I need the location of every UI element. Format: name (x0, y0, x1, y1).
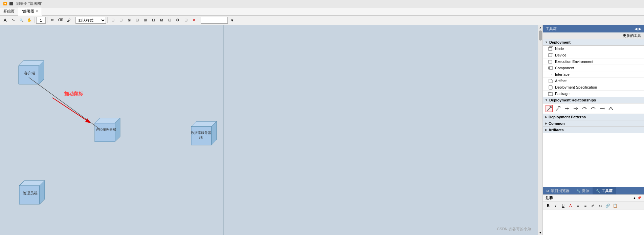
list1-btn[interactable]: ≡ (575, 202, 581, 209)
link-btn[interactable]: 🔗 (604, 202, 611, 209)
layout-btn[interactable]: ⊞ (109, 17, 116, 24)
group-btn[interactable]: ⊟ (150, 17, 157, 24)
toolbox-more[interactable]: 更多的工具 (543, 32, 644, 39)
node-admin[interactable]: 管理员端 (16, 179, 46, 206)
rel-icon-3[interactable] (563, 105, 571, 112)
export-btn[interactable]: ⊡ (166, 17, 173, 24)
scroll-up-btn[interactable]: ▲ (539, 25, 542, 30)
item-execution-env-label: Execution Environment (555, 60, 593, 64)
font-btn[interactable]: A (1, 17, 9, 24)
rel-icon-7[interactable] (598, 105, 606, 112)
canvas-scrollbar[interactable]: ▲ ▼ (538, 25, 542, 235)
list2-btn[interactable]: ≡ (582, 202, 589, 209)
project-browser-icon: 🗂 (546, 189, 550, 193)
item-node[interactable]: Node (543, 46, 644, 52)
tab-resources[interactable]: 🔧 资源 (573, 187, 593, 194)
rel-icon-select[interactable] (546, 105, 553, 112)
section-deploy-rel-arrow: ▼ (545, 98, 548, 102)
cursor-btn[interactable]: ⤡ (9, 17, 17, 24)
scroll-thumb[interactable] (539, 30, 542, 41)
right-panel-bottom-tabs: 🗂 项目浏览器 🔧 资源 🔧 工具箱 (543, 187, 644, 194)
toolbox-controls[interactable]: ◀ ▶ (635, 27, 641, 31)
section-artifacts[interactable]: ▶ Artifacts (543, 127, 644, 133)
comment-title: 注释 (546, 195, 553, 201)
interface-icon: → (548, 72, 553, 77)
node-web-server[interactable]: Web服务器端 (91, 116, 122, 143)
expand-icon[interactable]: ⬛ (9, 1, 14, 6)
section-deploy-rel-label: Deployment Relationships (549, 98, 596, 102)
node-db-server[interactable]: 数据库服务器端 (188, 120, 218, 147)
eraser-btn[interactable]: ⌫ (57, 17, 64, 24)
section-deployment[interactable]: ▼ Deployment (543, 39, 644, 46)
deployment-spec-icon (548, 85, 553, 90)
tab-close-icon[interactable]: ✕ (36, 9, 38, 13)
auto-fit-btn[interactable]: ⊠ (158, 17, 165, 24)
format-btn[interactable]: 🖊 (65, 17, 72, 24)
comment-header-controls: ▲ 📌 (633, 196, 641, 200)
tab-start[interactable]: 开始页 (0, 7, 18, 15)
rel-icon-2[interactable] (554, 105, 562, 112)
more-btn[interactable]: ⊞ (182, 17, 190, 24)
item-package-label: Package (555, 92, 570, 96)
canvas-area[interactable]: 客户端 Web服务器端 数据库服务器端 (0, 25, 538, 235)
item-interface[interactable]: → Interface (543, 71, 644, 78)
tab-toolbox[interactable]: 🔧 工具箱 (593, 187, 616, 194)
comment-pin-icon[interactable]: 📌 (637, 196, 641, 200)
item-component[interactable]: Component (543, 65, 644, 71)
web-server-label: Web服务器端 (95, 127, 116, 132)
comment-expand-icon[interactable]: ▲ (633, 196, 636, 200)
tab-project-browser[interactable]: 🗂 项目浏览器 (543, 187, 573, 194)
toolbox-header: 工具箱 ◀ ▶ (543, 25, 644, 32)
item-deployment-spec[interactable]: Deployment Specification (543, 84, 644, 91)
zoom-in-btn[interactable]: 🔍 (18, 17, 25, 24)
italic-btn[interactable]: I (552, 202, 559, 209)
rel-icon-5[interactable] (581, 105, 588, 112)
item-package[interactable]: Package (543, 91, 644, 97)
zoom-input[interactable] (36, 17, 46, 24)
pan-btn[interactable]: ✋ (26, 17, 33, 24)
toolbox-tab-icon: 🔧 (596, 189, 600, 193)
svg-rect-20 (549, 60, 552, 63)
pencil-btn[interactable]: ✏ (49, 17, 56, 24)
tab-diagram[interactable]: *部署图 ✕ (18, 7, 42, 16)
item-artifact[interactable]: Artifact (543, 78, 644, 84)
toolbox-nav-left[interactable]: ◀ (635, 27, 637, 31)
svg-marker-19 (549, 53, 553, 54)
section-common-label: Common (549, 121, 565, 125)
svg-marker-17 (552, 46, 553, 50)
paste-btn[interactable]: 📋 (612, 202, 619, 209)
align-left-btn[interactable]: ⊟ (117, 17, 125, 24)
item-artifact-label: Artifact (555, 79, 567, 83)
toolbox-nav-right[interactable]: ▶ (639, 27, 641, 31)
rel-icon-4[interactable] (572, 105, 579, 112)
rel-icon-8[interactable] (607, 105, 615, 112)
settings-btn[interactable]: ⚙ (174, 17, 181, 24)
svg-rect-15 (549, 47, 552, 50)
underline-btn[interactable]: U (560, 202, 567, 209)
item-device[interactable]: Device (543, 52, 644, 58)
style-select[interactable]: 默认样式 (75, 17, 106, 24)
canvas-divider (223, 25, 224, 235)
bold-btn[interactable]: B (545, 202, 552, 209)
distribute-btn[interactable]: ⊞ (141, 17, 149, 24)
comment-content[interactable] (543, 210, 644, 235)
section-common[interactable]: ▶ Common (543, 120, 644, 127)
rel-icon-6[interactable] (590, 105, 597, 112)
node-client[interactable]: 客户端 (15, 59, 46, 86)
superscript-btn[interactable]: x² (590, 202, 596, 209)
font-color-btn[interactable]: A (567, 202, 574, 209)
delete-btn[interactable]: ✕ (190, 17, 198, 24)
client-label: 客户端 (19, 71, 40, 76)
scroll-down-btn[interactable]: ▼ (539, 230, 542, 235)
section-deploy-patterns[interactable]: ▶ Deployment Patterns (543, 114, 644, 120)
align-center-btn[interactable]: ⊠ (125, 17, 133, 24)
svg-rect-26 (549, 93, 553, 96)
search-input[interactable] (201, 17, 228, 24)
minimize-icon[interactable]: 🔽 (3, 1, 7, 6)
svg-line-13 (52, 98, 90, 122)
subscript-btn[interactable]: x₂ (597, 202, 604, 209)
align-right-btn[interactable]: ⊡ (133, 17, 141, 24)
section-deploy-rel[interactable]: ▼ Deployment Relationships (543, 97, 644, 103)
item-execution-env[interactable]: Execution Environment (543, 58, 644, 65)
filter-icon[interactable]: ▼ (228, 17, 236, 24)
